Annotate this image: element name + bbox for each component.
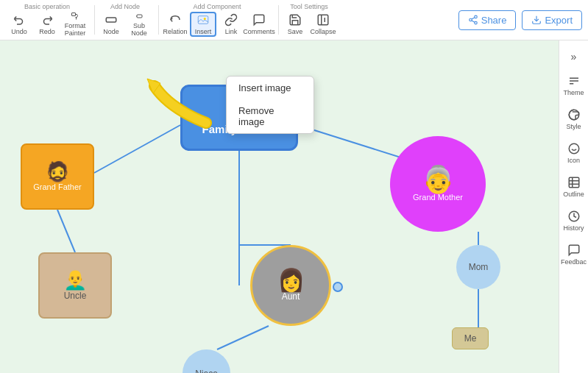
outline-label: Outline bbox=[563, 191, 584, 198]
svg-line-12 bbox=[472, 18, 475, 19]
basic-operation-items: Undo Redo Format Painter bbox=[6, 12, 88, 37]
node-btn[interactable]: Node bbox=[98, 12, 124, 37]
svg-point-8 bbox=[474, 15, 477, 18]
theme-label: Theme bbox=[563, 89, 584, 96]
uncle-avatar: 👨‍🦲 bbox=[63, 270, 87, 289]
history-btn[interactable]: History bbox=[561, 205, 587, 236]
grandfather-node[interactable]: 🧔 Grand Father bbox=[21, 143, 94, 210]
grandmother-label: Grand Mother bbox=[413, 193, 463, 202]
aunt-connector-dot[interactable] bbox=[333, 282, 343, 292]
sub-node-btn[interactable]: Sub Node bbox=[126, 12, 152, 37]
aunt-avatar: 👩 bbox=[277, 269, 305, 291]
niece-label: Niece bbox=[195, 369, 218, 374]
svg-point-10 bbox=[474, 21, 477, 24]
grandfather-label: Grand Father bbox=[33, 182, 81, 191]
undo-btn[interactable]: Undo bbox=[6, 12, 32, 37]
add-node-group: Add Node Node Sub Node bbox=[98, 3, 152, 37]
share-export-area: Share Export bbox=[458, 10, 582, 30]
me-node[interactable]: Me bbox=[452, 327, 489, 349]
svg-point-4 bbox=[204, 18, 206, 20]
style-btn[interactable]: Style bbox=[561, 104, 587, 135]
link-btn[interactable]: Link bbox=[218, 12, 244, 37]
svg-line-19 bbox=[217, 326, 269, 349]
export-button[interactable]: Export bbox=[522, 10, 582, 30]
feedback-btn[interactable]: Feedbac bbox=[561, 239, 587, 270]
icon-label: Icon bbox=[567, 157, 580, 164]
me-label: Me bbox=[464, 333, 477, 344]
arrow-annotation bbox=[132, 71, 221, 133]
theme-btn[interactable]: Theme bbox=[561, 70, 587, 101]
right-sidebar: » Theme Style Icon Outline History Feedb… bbox=[559, 40, 588, 373]
svg-rect-3 bbox=[198, 16, 208, 24]
svg-rect-0 bbox=[72, 13, 76, 16]
comments-btn[interactable]: Comments bbox=[246, 12, 272, 37]
svg-point-9 bbox=[469, 18, 472, 21]
add-node-label: Add Node bbox=[110, 3, 140, 10]
grandfather-avatar: 🧔 bbox=[46, 162, 69, 181]
basic-operation-label: Basic operation bbox=[24, 3, 70, 10]
svg-rect-1 bbox=[106, 18, 116, 22]
uncle-label: Uncle bbox=[64, 291, 87, 301]
sidebar-collapse-btn[interactable]: » bbox=[564, 46, 584, 67]
svg-line-18 bbox=[57, 210, 75, 252]
add-node-items: Node Sub Node bbox=[98, 12, 152, 37]
feedback-label: Feedbac bbox=[561, 258, 587, 266]
share-button[interactable]: Share bbox=[458, 10, 517, 30]
grandmother-avatar: 👵 bbox=[422, 166, 455, 193]
svg-point-26 bbox=[569, 143, 579, 154]
share-label: Share bbox=[481, 15, 507, 26]
aunt-label: Aunt bbox=[282, 291, 300, 302]
export-label: Export bbox=[545, 15, 573, 26]
redo-btn[interactable]: Redo bbox=[34, 12, 60, 37]
main-area: 👨‍👩‍👧‍👦 Family Pineda 🧔 Grand Father 👵 G… bbox=[0, 40, 588, 373]
aunt-node[interactable]: 👩 Aunt bbox=[250, 245, 331, 326]
toolbar: Basic operation Undo Redo Format Painter… bbox=[0, 0, 588, 40]
format-painter-btn[interactable]: Format Painter bbox=[62, 12, 88, 37]
grandmother-node[interactable]: 👵 Grand Mother bbox=[390, 136, 486, 232]
collapse-btn[interactable]: Collapse bbox=[310, 12, 336, 37]
tool-settings-group: Tool Settings Save Collapse bbox=[282, 3, 336, 37]
remove-image-item[interactable]: Remove image bbox=[227, 99, 314, 133]
uncle-node[interactable]: 👨‍🦲 Uncle bbox=[38, 252, 112, 319]
history-label: History bbox=[563, 224, 584, 232]
svg-rect-5 bbox=[318, 15, 328, 25]
canvas-area[interactable]: 👨‍👩‍👧‍👦 Family Pineda 🧔 Grand Father 👵 G… bbox=[0, 40, 559, 373]
add-component-label: Add Component bbox=[193, 3, 241, 10]
relation-btn[interactable]: Relation bbox=[162, 12, 188, 37]
tool-settings-items: Save Collapse bbox=[282, 12, 336, 37]
style-label: Style bbox=[566, 123, 581, 130]
tool-settings-label: Tool Settings bbox=[290, 3, 328, 10]
save-btn[interactable]: Save bbox=[282, 12, 308, 37]
add-component-items: Relation Insert Link Comments bbox=[162, 12, 272, 37]
svg-rect-2 bbox=[137, 15, 142, 18]
icon-btn[interactable]: Icon bbox=[561, 138, 587, 168]
divider-2 bbox=[158, 5, 159, 35]
insert-image-item[interactable]: Insert image bbox=[227, 77, 314, 99]
divider-3 bbox=[278, 5, 279, 35]
insert-dropdown-menu: Insert image Remove image bbox=[226, 76, 314, 134]
divider-1 bbox=[94, 5, 95, 35]
mom-label: Mom bbox=[469, 262, 489, 272]
outline-btn[interactable]: Outline bbox=[561, 171, 587, 202]
svg-rect-29 bbox=[569, 177, 579, 188]
insert-btn[interactable]: Insert bbox=[190, 12, 216, 37]
mom-node[interactable]: Mom bbox=[456, 245, 500, 289]
svg-line-11 bbox=[472, 21, 475, 22]
add-component-group: Add Component Relation Insert Link Comme… bbox=[162, 3, 272, 37]
basic-operation-group: Basic operation Undo Redo Format Painter bbox=[6, 3, 88, 37]
